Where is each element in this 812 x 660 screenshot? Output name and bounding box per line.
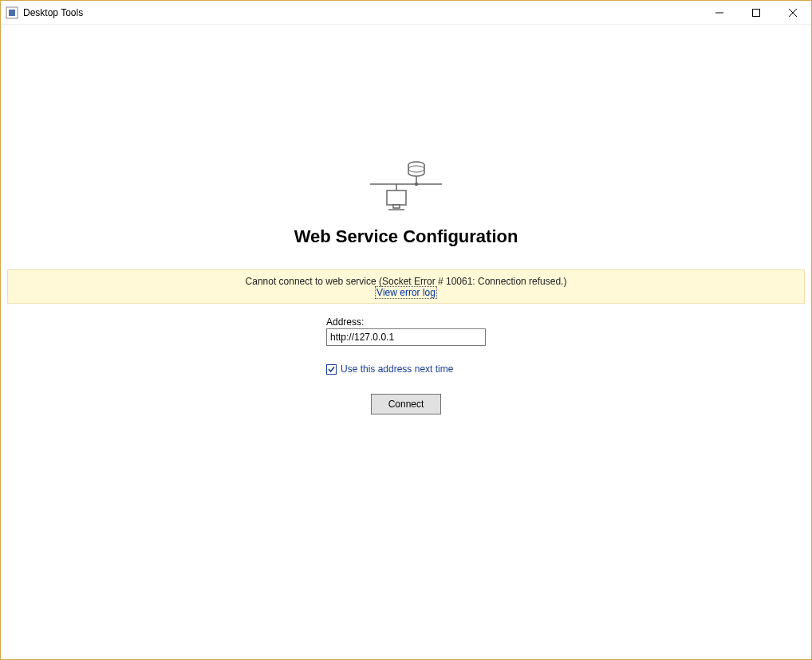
app-window: Desktop Tools [0, 0, 812, 660]
connect-row: Connect [326, 394, 486, 414]
titlebar: Desktop Tools [1, 1, 811, 25]
minimize-button[interactable] [701, 1, 738, 24]
address-form: Address: Use this address next time Conn… [326, 316, 486, 414]
page-heading: Web Service Configuration [294, 226, 518, 247]
close-button[interactable] [775, 1, 811, 24]
window-title: Desktop Tools [23, 7, 83, 18]
svg-rect-3 [753, 9, 760, 16]
svg-point-10 [415, 183, 418, 186]
svg-rect-12 [387, 191, 406, 205]
window-controls [701, 1, 811, 24]
remember-label[interactable]: Use this address next time [341, 363, 453, 375]
main-content: Web Service Configuration Cannot connect… [1, 25, 811, 659]
address-label: Address: [326, 316, 364, 328]
app-icon [6, 6, 18, 19]
maximize-button[interactable] [738, 1, 775, 24]
connect-button[interactable]: Connect [371, 394, 441, 414]
error-alert: Cannot connect to web service (Socket Er… [7, 269, 805, 304]
address-input[interactable] [326, 328, 486, 346]
svg-rect-1 [9, 10, 15, 16]
remember-checkbox[interactable] [326, 364, 337, 375]
view-error-log-link[interactable]: View error log [375, 286, 437, 299]
svg-rect-13 [393, 205, 400, 208]
remember-row: Use this address next time [326, 363, 453, 375]
titlebar-left: Desktop Tools [6, 6, 83, 19]
error-message: Cannot connect to web service (Socket Er… [8, 276, 804, 287]
network-server-icon [370, 160, 442, 218]
